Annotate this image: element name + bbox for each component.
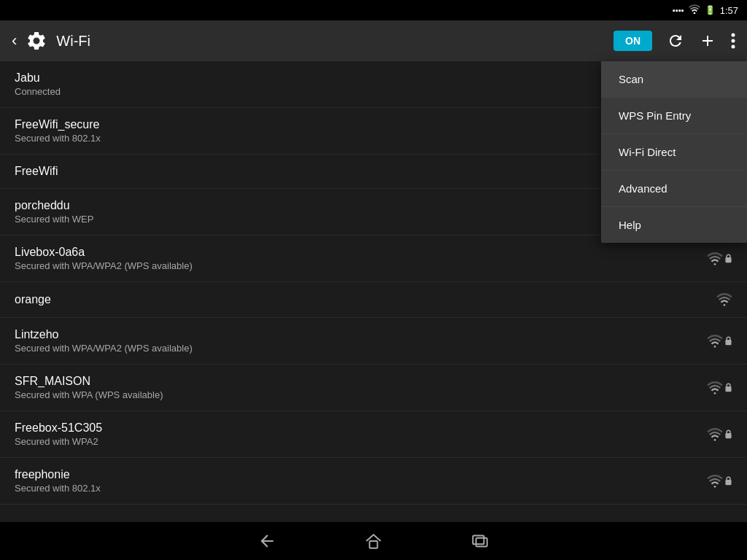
top-bar-left: ‹ Wi-Fi (12, 30, 614, 52)
svg-point-2 (732, 39, 735, 43)
top-bar-right: ON (614, 31, 735, 51)
wifi-name: Jabu (15, 71, 61, 85)
home-nav-button[interactable] (364, 532, 383, 551)
wifi-signal-lock-icon (707, 381, 732, 395)
settings-gear-icon (26, 30, 47, 52)
battery-squares-icon: ▪▪▪▪ (673, 6, 684, 15)
wifi-status: Secured with WEP (15, 214, 93, 225)
wifi-item-freebox[interactable]: Freebox-51C305 Secured with WPA2 (0, 411, 747, 458)
wifi-status: Secured with 802.1x (15, 133, 101, 144)
overflow-menu-button[interactable] (731, 32, 735, 50)
menu-item-wps-pin[interactable]: WPS Pin Entry (601, 98, 747, 134)
wifi-status: Secured with WPA/WPA2 (WPS available) (15, 260, 193, 271)
overflow-dropdown: Scan WPS Pin Entry Wi-Fi Direct Advanced… (601, 61, 747, 243)
add-network-button[interactable] (699, 32, 716, 50)
wifi-item-freephonie[interactable]: freephonie Secured with 802.1x (0, 458, 747, 505)
wifi-signal-lock-icon (707, 334, 732, 349)
menu-item-scan[interactable]: Scan (601, 61, 747, 98)
svg-rect-8 (725, 340, 731, 345)
wifi-signal-icon (716, 292, 732, 307)
wifi-status: Secured with WPA2 (15, 436, 102, 447)
wifi-item-lintzeho[interactable]: Lintzeho Secured with WPA/WPA2 (WPS avai… (0, 318, 747, 365)
svg-point-1 (732, 34, 735, 37)
refresh-button[interactable] (667, 32, 684, 50)
wifi-name: orange (15, 293, 51, 306)
wifi-name: porcheddu (15, 199, 93, 212)
status-bar: ▪▪▪▪ 🔋 1:57 (0, 0, 747, 20)
svg-point-4 (714, 262, 716, 265)
svg-point-9 (714, 392, 716, 394)
wifi-name: freephonie (15, 468, 101, 481)
svg-rect-15 (370, 541, 378, 548)
svg-point-11 (714, 438, 716, 440)
wifi-signal-lock-icon (707, 252, 732, 266)
status-time: 1:57 (720, 5, 738, 16)
wifi-name: Lintzeho (15, 328, 193, 341)
wifi-name: FreeWifi (15, 165, 58, 178)
back-nav-button[interactable] (258, 532, 276, 551)
wifi-name: Livebox-0a6a (15, 246, 193, 259)
svg-rect-5 (725, 257, 731, 262)
svg-rect-14 (725, 480, 731, 485)
battery-icon: 🔋 (705, 5, 716, 15)
wifi-name: Freebox-51C305 (15, 421, 102, 435)
svg-point-6 (724, 304, 726, 306)
wifi-status: Connected (15, 86, 61, 97)
menu-item-help[interactable]: Help (601, 207, 747, 243)
wifi-signal-lock-icon (707, 474, 732, 489)
svg-rect-16 (473, 535, 484, 544)
svg-point-7 (714, 345, 716, 347)
svg-rect-12 (725, 433, 731, 438)
page-title: Wi-Fi (56, 33, 90, 50)
svg-rect-17 (476, 538, 487, 547)
recent-apps-button[interactable] (471, 532, 489, 551)
wifi-signal-lock-icon (707, 427, 732, 442)
wifi-name: SFR_MAISON (15, 375, 163, 388)
menu-item-wifi-direct[interactable]: Wi-Fi Direct (601, 134, 747, 171)
svg-point-3 (732, 45, 735, 49)
wifi-status: Secured with 802.1x (15, 483, 101, 494)
wifi-item-orange[interactable]: orange (0, 282, 747, 318)
wifi-toggle-button[interactable]: ON (614, 31, 652, 51)
back-button[interactable]: ‹ (12, 31, 17, 50)
wifi-status-icon (689, 4, 700, 17)
wifi-status: Secured with WPA/WPA2 (WPS available) (15, 343, 193, 354)
svg-point-0 (693, 12, 695, 14)
wifi-item-sfr-maison[interactable]: SFR_MAISON Secured with WPA (WPS availab… (0, 365, 747, 411)
svg-rect-10 (725, 386, 731, 392)
bottom-nav (0, 522, 747, 560)
top-bar: ‹ Wi-Fi ON (0, 20, 747, 61)
wifi-name: FreeWifi_secure (15, 118, 101, 131)
svg-point-13 (714, 485, 716, 487)
wifi-status: Secured with WPA (WPS available) (15, 389, 163, 400)
menu-item-advanced[interactable]: Advanced (601, 171, 747, 207)
status-icons: ▪▪▪▪ 🔋 1:57 (673, 4, 738, 17)
